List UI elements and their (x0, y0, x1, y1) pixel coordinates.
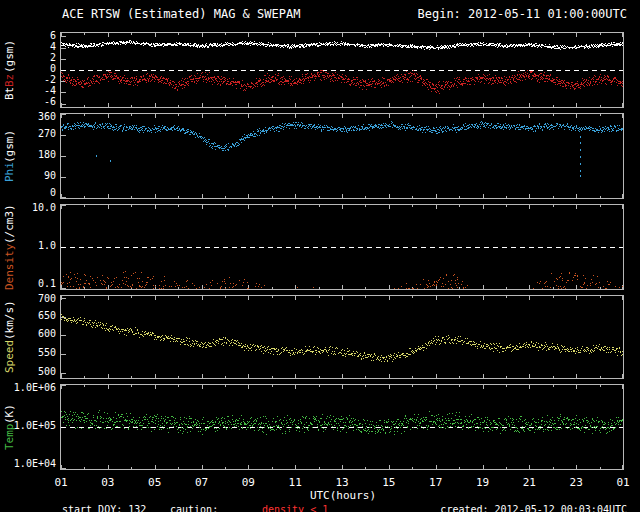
y-axis-bt-bz: Bt Bz (gsm)6420-2-4-6 (0, 32, 60, 108)
ace-rtsw-plot: ACE RTSW (Estimated) MAG & SWEPAM Begin:… (0, 0, 640, 512)
caution-value: density < 1 (262, 504, 328, 512)
x-tick-label: 17 (429, 476, 442, 489)
y-tick-label: 360 (38, 112, 56, 122)
x-tick-label: 15 (382, 476, 395, 489)
x-tick-label: 23 (570, 476, 583, 489)
y-axis-label-segment: Bz (3, 73, 16, 86)
x-tick-label: 21 (523, 476, 536, 489)
y-axis-temp: Temp (K)1.0E+061.0E+051.0E+04 (0, 384, 60, 470)
speed-plot-canvas (60, 295, 624, 379)
header: ACE RTSW (Estimated) MAG & SWEPAM Begin:… (0, 0, 640, 29)
y-axis-label-segment: (gsm) (3, 130, 16, 163)
y-axis-label-segment: Density (3, 244, 16, 290)
x-tick-label: 01 (616, 476, 629, 489)
y-tick-label: 700 (38, 294, 56, 304)
temp-plot-canvas (60, 384, 624, 470)
y-axis-label-segment: (km/s) (3, 301, 16, 341)
y-axis-label-segment: Phi (3, 163, 16, 183)
phi-plot-canvas (60, 113, 624, 199)
y-tick-label: 4 (50, 42, 56, 52)
plot-title: ACE RTSW (Estimated) MAG & SWEPAM (62, 7, 300, 29)
y-axis-label: Speed (km/s) (2, 295, 17, 379)
y-tick-label: -2 (44, 75, 56, 85)
y-axis-label: Phi (gsm) (2, 113, 17, 199)
y-tick-label: 550 (38, 348, 56, 358)
y-axis-label: Density (/cm3) (2, 204, 17, 290)
y-axis-speed: Speed (km/s)700650600550500 (0, 295, 60, 379)
x-tick-label: 05 (148, 476, 161, 489)
y-tick-label: 650 (38, 311, 56, 321)
y-tick-label: 2 (50, 53, 56, 63)
panel-density: Density (/cm3)10.01.00.1 (0, 204, 627, 290)
density-plot-canvas (60, 204, 624, 290)
x-tick-label: 01 (54, 476, 67, 489)
y-axis-density: Density (/cm3)10.01.00.1 (0, 204, 60, 290)
y-tick-label: 1.0 (38, 241, 56, 251)
y-tick-label: 0.1 (38, 279, 56, 289)
x-tick-label: 03 (101, 476, 114, 489)
start-doy: start DOY: 132 (62, 504, 146, 512)
y-axis-phi: Phi (gsm)360270180900 (0, 113, 60, 199)
y-tick-label: 270 (38, 129, 56, 139)
y-tick-label: 0 (50, 188, 56, 198)
y-axis-label-segment: (/cm3) (3, 204, 16, 244)
y-tick-label: -6 (44, 97, 56, 107)
y-axis-label-segment: Speed (3, 340, 16, 373)
y-tick-label: 90 (44, 171, 56, 181)
y-tick-label: 6 (50, 31, 56, 41)
x-axis-tick-labels: 01030507091113151719212301 (0, 475, 640, 489)
panel-phi: Phi (gsm)360270180900 (0, 113, 627, 199)
y-tick-label: 0 (50, 64, 56, 74)
x-tick-label: 07 (195, 476, 208, 489)
y-tick-label: 600 (38, 329, 56, 339)
x-axis-title: UTC(hours) (61, 489, 625, 502)
y-tick-label: 10.0 (32, 203, 56, 213)
y-tick-label: 180 (38, 150, 56, 160)
y-tick-label: 1.0E+05 (14, 421, 56, 431)
y-tick-label: 1.0E+06 (14, 383, 56, 393)
x-tick-label: 11 (289, 476, 302, 489)
panel-temp: Temp (K)1.0E+061.0E+051.0E+04 (0, 384, 627, 470)
y-axis-label-segment: (gsm) (3, 40, 16, 73)
panel-speed: Speed (km/s)700650600550500 (0, 295, 627, 379)
bt-bz-plot-canvas (60, 32, 624, 108)
y-tick-label: 1.0E+04 (14, 459, 56, 469)
y-tick-label: 500 (38, 367, 56, 377)
caution-label: caution: (170, 504, 218, 512)
x-tick-label: 13 (335, 476, 348, 489)
created-time: created: 2012-05-12 00:03:04UTC (440, 504, 627, 512)
footer: start DOY: 132 caution: density < 1 crea… (0, 504, 640, 512)
x-tick-label: 19 (476, 476, 489, 489)
panel-bt-bz: Bt Bz (gsm)6420-2-4-6 (0, 32, 627, 108)
y-axis-label: Bt Bz (gsm) (2, 32, 17, 108)
plot-panels: Bt Bz (gsm)6420-2-4-6 Phi (gsm)360270180… (0, 32, 640, 470)
y-axis-label-segment: Bt (3, 87, 16, 100)
y-tick-label: -4 (44, 86, 56, 96)
x-tick-label: 09 (242, 476, 255, 489)
begin-time: Begin: 2012-05-11 01:00:00UTC (417, 7, 627, 29)
